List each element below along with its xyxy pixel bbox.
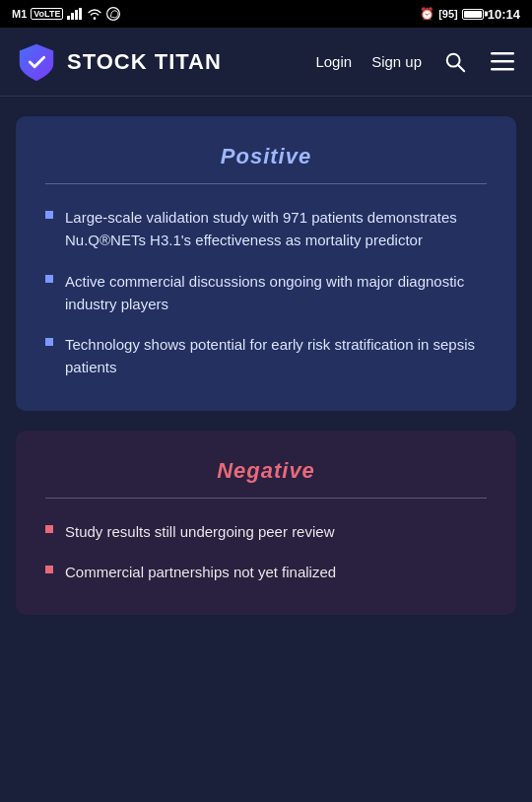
bullet-text: Technology shows potential for early ris… (65, 333, 487, 379)
login-link[interactable]: Login (315, 53, 352, 70)
bullet-marker (45, 275, 53, 283)
positive-bullet-list: Large-scale validation study with 971 pa… (45, 206, 487, 379)
status-right: ⏰ [95] 10:14 (420, 7, 520, 22)
bullet-text: Commercial partnerships not yet finalize… (65, 561, 336, 583)
positive-card: Positive Large-scale validation study wi… (16, 116, 516, 411)
battery-icon (462, 9, 484, 20)
volte-badge: VoLTE (31, 8, 63, 20)
svg-rect-9 (491, 68, 514, 71)
svg-rect-2 (75, 10, 78, 20)
negative-card: Negative Study results still undergoing … (16, 431, 516, 616)
positive-title: Positive (45, 144, 487, 169)
hamburger-icon (491, 52, 514, 72)
negative-title: Negative (45, 458, 487, 484)
search-button[interactable] (441, 48, 469, 76)
list-item: Active commercial discussions ongoing wi… (45, 270, 487, 316)
bullet-marker (45, 525, 53, 533)
wifi-icon (87, 8, 102, 20)
bullet-text: Large-scale validation study with 971 pa… (65, 206, 487, 252)
time-display: 10:14 (488, 7, 520, 22)
list-item: Commercial partnerships not yet finalize… (45, 561, 487, 583)
negative-divider (45, 498, 487, 499)
positive-divider (45, 183, 487, 184)
list-item: Technology shows potential for early ris… (45, 333, 487, 379)
list-item: Study results still undergoing peer revi… (45, 520, 487, 543)
whatsapp-icon (106, 7, 120, 21)
status-bar: M1 VoLTE ⏰ [95] 10:14 (0, 0, 532, 28)
main-content: Positive Large-scale validation study wi… (0, 97, 532, 635)
svg-point-4 (107, 8, 120, 21)
bullet-marker (45, 566, 53, 573)
bullet-text: Active commercial discussions ongoing wi… (65, 270, 487, 316)
nav-links: Login Sign up (315, 48, 516, 76)
svg-rect-0 (67, 16, 70, 20)
svg-rect-7 (491, 52, 514, 55)
svg-rect-8 (491, 60, 514, 63)
status-left: M1 VoLTE (12, 7, 120, 21)
navbar: STOCK TITAN Login Sign up (0, 28, 532, 97)
alarm-icon: ⏰ (420, 7, 434, 21)
carrier-label: M1 (12, 8, 27, 20)
bullet-marker (45, 338, 53, 346)
menu-button[interactable] (489, 48, 516, 76)
signal-icon (67, 8, 83, 20)
battery-percent: [95] (438, 8, 458, 20)
negative-bullet-list: Study results still undergoing peer revi… (45, 520, 487, 584)
svg-rect-3 (79, 8, 82, 20)
logo-text: STOCK TITAN (67, 49, 222, 75)
logo-icon (16, 41, 57, 83)
logo-area: STOCK TITAN (16, 41, 315, 83)
search-icon (444, 51, 466, 73)
bullet-marker (45, 211, 53, 219)
bullet-text: Study results still undergoing peer revi… (65, 520, 334, 543)
svg-rect-1 (71, 13, 74, 20)
list-item: Large-scale validation study with 971 pa… (45, 206, 487, 252)
signup-link[interactable]: Sign up (371, 53, 422, 70)
svg-line-6 (458, 65, 464, 71)
